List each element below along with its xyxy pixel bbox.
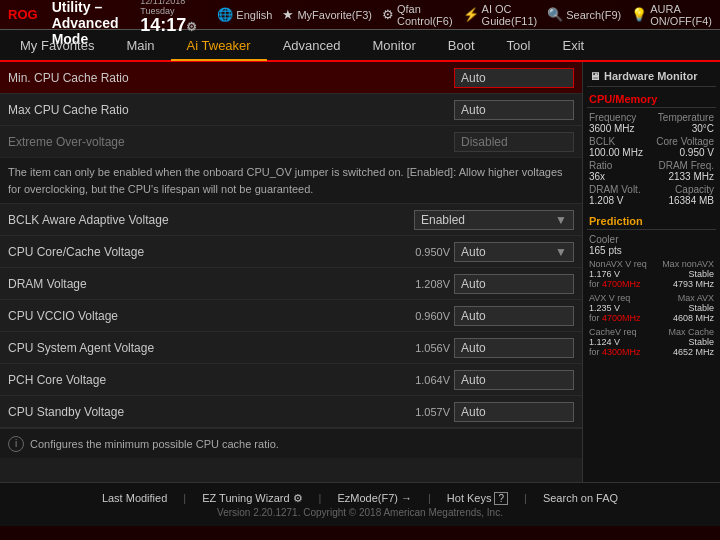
search-faq-link[interactable]: Search on FAQ xyxy=(543,492,618,504)
info-icon: i xyxy=(8,436,24,452)
cpu-core-voltage-dropdown[interactable]: Auto ▼ xyxy=(454,242,574,262)
tab-exit[interactable]: Exit xyxy=(546,30,600,60)
aura-label: AURA ON/OFF(F4) xyxy=(650,3,712,27)
cpu-standby-dropdown[interactable]: Auto xyxy=(454,402,574,422)
cpu-vccio-dropdown[interactable]: Auto xyxy=(454,306,574,326)
max-cpu-cache-label: Max CPU Cache Ratio xyxy=(8,99,454,121)
nonavx-row2: 1.176 V Stable xyxy=(589,269,714,279)
myfavorites-label: MyFavorite(F3) xyxy=(297,9,372,21)
myfavorites-button[interactable]: ★ MyFavorite(F3) xyxy=(282,7,372,22)
bclk-aware-label: BCLK Aware Adaptive Voltage xyxy=(8,209,414,231)
language-icon: 🌐 xyxy=(217,7,233,22)
cpu-memory-title: CPU/Memory xyxy=(587,91,716,108)
freq-temp-row: Frequency 3600 MHz Temperature 30°C xyxy=(587,111,716,135)
min-cpu-cache-dropdown[interactable]: Auto xyxy=(454,68,574,88)
setting-cpu-standby[interactable]: CPU Standby Voltage 1.057V Auto xyxy=(0,396,582,428)
aura-icon: 💡 xyxy=(631,7,647,22)
dramfreq-value: 2133 MHz xyxy=(658,171,714,182)
info-description: Configures the minimum possible CPU cach… xyxy=(30,438,279,450)
cpu-sys-agent-dropdown[interactable]: Auto xyxy=(454,338,574,358)
min-cpu-cache-value: Auto xyxy=(461,71,486,85)
cache-freq-row: for 4300MHz 4652 MHz xyxy=(589,347,714,357)
setting-min-cpu-cache[interactable]: Min. CPU Cache Ratio Auto xyxy=(0,62,582,94)
temp-label: Temperature xyxy=(658,112,714,123)
dramvolt-cap-row: DRAM Volt. 1.208 V Capacity 16384 MB xyxy=(587,183,716,207)
dramvolt-label: DRAM Volt. xyxy=(589,184,641,195)
date-display: 12/11/2018 Tuesday xyxy=(140,0,197,16)
capacity-label: Capacity xyxy=(668,184,714,195)
setting-max-cpu-cache[interactable]: Max CPU Cache Ratio Auto xyxy=(0,94,582,126)
cpu-sys-agent-val: Auto xyxy=(461,341,486,355)
bclk-label: BCLK xyxy=(589,136,643,147)
last-modified-link[interactable]: Last Modified xyxy=(102,492,167,504)
setting-cpu-sys-agent[interactable]: CPU System Agent Voltage 1.056V Auto xyxy=(0,332,582,364)
search-faq-label: Search on FAQ xyxy=(543,492,618,504)
nonavx-row1: NonAVX V req Max nonAVX xyxy=(589,259,714,269)
extreme-ov-dropdown: Disabled xyxy=(454,132,574,152)
tab-main[interactable]: Main xyxy=(110,30,170,60)
hot-keys-label: Hot Keys xyxy=(447,492,492,504)
pch-core-val: Auto xyxy=(461,373,486,387)
tab-boot[interactable]: Boot xyxy=(432,30,491,60)
prediction-title: Prediction xyxy=(587,213,716,230)
bclk-aware-value: Enabled xyxy=(421,213,465,227)
ezmode-link[interactable]: EzMode(F7) → xyxy=(337,492,412,504)
language-button[interactable]: 🌐 English xyxy=(217,7,272,22)
last-modified-label: Last Modified xyxy=(102,492,167,504)
search-button[interactable]: 🔍 Search(F9) xyxy=(547,7,621,22)
tab-aitweaker[interactable]: Ai Tweaker xyxy=(171,31,267,61)
content-area: Min. CPU Cache Ratio Auto Max CPU Cache … xyxy=(0,62,582,482)
setting-cpu-core-voltage[interactable]: CPU Core/Cache Voltage 0.950V Auto ▼ xyxy=(0,236,582,268)
info-bar: i Configures the minimum possible CPU ca… xyxy=(0,428,582,458)
sidebar-title: 🖥 Hardware Monitor xyxy=(587,66,716,87)
star-icon: ★ xyxy=(282,7,294,22)
cache-row1: CacheV req Max Cache xyxy=(589,327,714,337)
tab-tool[interactable]: Tool xyxy=(491,30,547,60)
cooler-label: Cooler xyxy=(589,234,622,245)
setting-cpu-vccio[interactable]: CPU VCCIO Voltage 0.960V Auto xyxy=(0,300,582,332)
rog-logo: ROG xyxy=(8,7,38,22)
setting-pch-core[interactable]: PCH Core Voltage 1.064V Auto xyxy=(0,364,582,396)
dram-voltage-dropdown[interactable]: Auto xyxy=(454,274,574,294)
hot-keys-link[interactable]: Hot Keys ? xyxy=(447,492,508,505)
prediction-section: Prediction Cooler 165 pts NonAVX V req M… xyxy=(587,213,716,359)
aioc-button[interactable]: ⚡ AI OC Guide(F11) xyxy=(463,3,538,27)
freq-value: 3600 MHz xyxy=(589,123,636,134)
tab-advanced[interactable]: Advanced xyxy=(267,30,357,60)
corevolt-label: Core Voltage xyxy=(656,136,714,147)
dramvolt-value: 1.208 V xyxy=(589,195,641,206)
tab-favorites[interactable]: My Favorites xyxy=(4,30,110,60)
qfan-button[interactable]: ⚙ Qfan Control(F6) xyxy=(382,3,453,27)
cache-row2: 1.124 V Stable xyxy=(589,337,714,347)
main-layout: Min. CPU Cache Ratio Auto Max CPU Cache … xyxy=(0,62,720,482)
aura-button[interactable]: 💡 AURA ON/OFF(F4) xyxy=(631,3,712,27)
avx-freq-row: for 4700MHz 4608 MHz xyxy=(589,313,714,323)
bclk-aware-dropdown[interactable]: Enabled ▼ xyxy=(414,210,574,230)
pch-core-dropdown[interactable]: Auto xyxy=(454,370,574,390)
monitor-icon: 🖥 xyxy=(589,70,600,82)
bclk-corevolt-row: BCLK 100.00 MHz Core Voltage 0.950 V xyxy=(587,135,716,159)
setting-dram-voltage[interactable]: DRAM Voltage 1.208V Auto xyxy=(0,268,582,300)
cpu-vccio-num: 0.960V xyxy=(370,310,450,322)
chevron-down-icon: ▼ xyxy=(555,213,567,227)
version-text: Version 2.20.1271. Copyright © 2018 Amer… xyxy=(217,507,503,518)
cpu-core-voltage-val: Auto xyxy=(461,245,486,259)
info-text-content: The item can only be enabled when the on… xyxy=(8,166,563,195)
cpu-standby-label: CPU Standby Voltage xyxy=(8,401,370,423)
setting-bclk-aware[interactable]: BCLK Aware Adaptive Voltage Enabled ▼ xyxy=(0,204,582,236)
cpu-vccio-label: CPU VCCIO Voltage xyxy=(8,305,370,327)
ez-tuning-link[interactable]: EZ Tuning Wizard ⚙ xyxy=(202,492,302,505)
corevolt-value: 0.950 V xyxy=(656,147,714,158)
top-icons: 🌐 English ★ MyFavorite(F3) ⚙ Qfan Contro… xyxy=(217,3,712,27)
cpu-memory-section: CPU/Memory Frequency 3600 MHz Temperatur… xyxy=(587,91,716,207)
cooler-row: Cooler 165 pts xyxy=(587,233,716,257)
extreme-ov-label: Extreme Over-voltage xyxy=(8,131,454,153)
bottom-links: Last Modified | EZ Tuning Wizard ⚙ | EzM… xyxy=(102,492,618,505)
capacity-value: 16384 MB xyxy=(668,195,714,206)
tab-monitor[interactable]: Monitor xyxy=(357,30,432,60)
qfan-label: Qfan Control(F6) xyxy=(397,3,453,27)
cpu-sys-agent-label: CPU System Agent Voltage xyxy=(8,337,370,359)
arrow-icon: → xyxy=(401,492,412,504)
bottom-bar: Last Modified | EZ Tuning Wizard ⚙ | EzM… xyxy=(0,482,720,526)
max-cpu-cache-dropdown[interactable]: Auto xyxy=(454,100,574,120)
